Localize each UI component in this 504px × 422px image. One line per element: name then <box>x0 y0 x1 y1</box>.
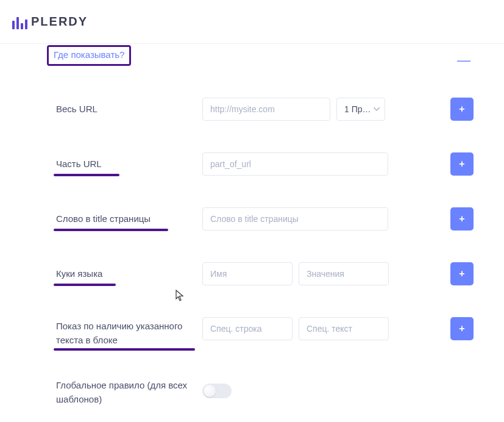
input-cookie-name[interactable] <box>202 262 293 285</box>
collapse-icon[interactable]: — <box>457 54 470 67</box>
plus-icon: + <box>459 104 464 115</box>
input-spec-string[interactable] <box>202 317 293 340</box>
label-lang-cookies: Куки языка <box>56 267 102 281</box>
app-header: PLERDY <box>0 0 504 44</box>
row-part-url: Часть URL + <box>56 152 474 177</box>
plus-icon: + <box>459 268 464 279</box>
label-text-block: Показ по наличию указанного текста в бло… <box>56 320 202 347</box>
add-title-word-button[interactable]: + <box>450 207 474 231</box>
add-full-url-button[interactable]: + <box>450 98 474 121</box>
plus-icon: + <box>459 323 464 334</box>
row-lang-cookies: Куки языка + <box>56 262 474 287</box>
form-area: Весь URL 1 Правило + Часть URL + Слово в <box>56 98 474 422</box>
input-title-word[interactable] <box>202 207 388 231</box>
input-spec-text[interactable] <box>299 317 389 340</box>
select-rule[interactable]: 1 Правило <box>336 98 385 121</box>
label-part-url: Часть URL <box>56 157 102 171</box>
label-title-word: Слово в title страницы <box>56 212 151 226</box>
section-title-highlight: Где показывать? <box>47 45 131 66</box>
row-full-url: Весь URL 1 Правило + <box>56 98 474 122</box>
plus-icon: + <box>459 159 464 170</box>
label-full-url: Весь URL <box>56 102 98 116</box>
add-cookie-button[interactable]: + <box>450 262 474 285</box>
row-title-word: Слово в title страницы + <box>56 207 474 232</box>
add-text-block-button[interactable]: + <box>450 317 474 340</box>
input-full-url[interactable] <box>202 98 330 121</box>
input-part-url[interactable] <box>202 152 388 176</box>
brand-logo: PLERDY <box>12 15 88 29</box>
input-cookie-value[interactable] <box>299 262 389 285</box>
row-text-block: Показ по наличию указанного текста в бло… <box>56 317 474 347</box>
logo-bars-icon <box>12 15 27 29</box>
label-global-rule: Глобальное правило (для всех шаблонов) <box>56 379 202 406</box>
section-title[interactable]: Где показывать? <box>54 49 124 60</box>
brand-name: PLERDY <box>31 15 88 29</box>
row-global-rule: Глобальное правило (для всех шаблонов) <box>56 377 474 406</box>
toggle-global-rule[interactable] <box>202 384 232 398</box>
plus-icon: + <box>459 213 464 224</box>
add-part-url-button[interactable]: + <box>450 152 474 176</box>
